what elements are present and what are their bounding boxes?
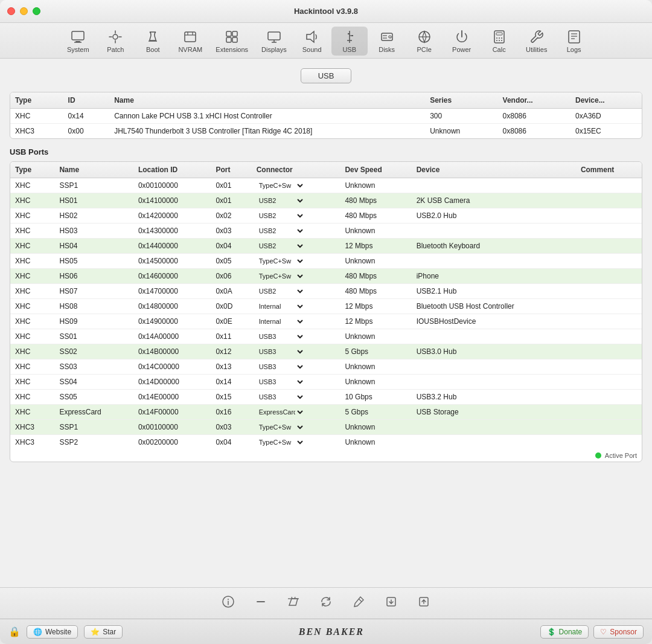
website-button[interactable]: 🌐 Website (27, 625, 78, 639)
star-button[interactable]: ⭐ Star (84, 625, 123, 639)
port-row[interactable]: XHC HS03 0x14300000 0x03 USB2 Unknown (10, 224, 642, 239)
port-device: USB Storage (412, 405, 576, 420)
port-type: XHC (10, 359, 54, 375)
port-row[interactable]: XHC SS04 0x14D00000 0x14 USB3 Unknown (10, 375, 642, 390)
export-button[interactable] (414, 593, 434, 614)
main-window: Hackintool v3.9.8 System (0, 0, 652, 644)
connector-select[interactable]: TypeC+Sw (257, 257, 305, 265)
ctrl-vendor: 0x8086 (498, 109, 570, 124)
close-button[interactable] (7, 7, 15, 15)
port-comment (576, 299, 642, 314)
ctrl-series: Unknown (425, 124, 497, 139)
port-row[interactable]: XHC HS07 0x14700000 0x0A USB2 480 Mbps U… (10, 284, 642, 299)
connector-select[interactable]: TypeC+Sw (257, 181, 305, 190)
heart-icon: ♡ (600, 628, 607, 636)
toolbar-item-usb[interactable]: USB (331, 27, 368, 56)
import-button[interactable] (381, 593, 401, 614)
usb-ports-table-container: Type Name Location ID Port Connector Dev… (10, 161, 642, 462)
logs-label: Logs (567, 46, 581, 53)
connector-select[interactable]: TypeC+Sw (257, 438, 305, 446)
ctrl-name: Cannon Lake PCH USB 3.1 xHCI Host Contro… (109, 109, 425, 124)
toolbar-item-sound[interactable]: Sound (294, 27, 330, 56)
svg-point-36 (499, 40, 500, 41)
sponsor-button[interactable]: ♡ Sponsor (593, 625, 644, 639)
connector-select[interactable]: USB2 (257, 242, 305, 250)
port-row[interactable]: XHC HS01 0x14100000 0x01 USB2 480 Mbps 2… (10, 193, 642, 208)
port-speed: 12 Mbps (340, 299, 411, 314)
disks-label: Disks (379, 46, 395, 53)
svg-point-24 (389, 36, 391, 38)
port-type: XHC (10, 405, 54, 420)
patch-label: Patch (107, 46, 124, 53)
minimize-button[interactable] (20, 7, 28, 15)
port-row[interactable]: XHC HS08 0x14800000 0x0D Internal 12 Mbp… (10, 299, 642, 314)
usb-tab-button-container: USB (10, 68, 642, 83)
toolbar-item-system[interactable]: System (60, 27, 96, 56)
port-row[interactable]: XHC SS02 0x14B00000 0x12 USB3 5 Gbps USB… (10, 344, 642, 359)
connector-select[interactable]: USB3 (257, 332, 305, 341)
port-type: XHC (10, 390, 54, 405)
port-name: HS06 (54, 269, 133, 284)
toolbar-item-utilities[interactable]: Utilities (519, 27, 555, 56)
lock-icon: 🔒 (8, 626, 21, 637)
toolbar-item-extensions[interactable]: Extensions (209, 27, 254, 56)
toolbar: System Patch (0, 23, 652, 59)
info-button[interactable] (218, 593, 238, 614)
port-row[interactable]: XHC HS06 0x14600000 0x06 TypeC+Sw 480 Mb… (10, 269, 642, 284)
port-row[interactable]: XHC SS01 0x14A00000 0x11 USB3 Unknown (10, 329, 642, 344)
remove-button[interactable] (251, 593, 271, 614)
controller-row[interactable]: XHC3 0x00 JHL7540 Thunderbolt 3 USB Cont… (10, 124, 642, 139)
connector-select[interactable]: Internal (257, 302, 305, 311)
toolbar-item-logs[interactable]: Logs (556, 27, 592, 56)
connector-select[interactable]: Internal (257, 317, 305, 326)
connector-select[interactable]: USB3 (257, 362, 305, 371)
usb-tab-button[interactable]: USB (301, 68, 352, 83)
toolbar-item-patch[interactable]: Patch (97, 27, 133, 56)
port-row[interactable]: XHC3 SSP1 0x00100000 0x03 TypeC+Sw Unkno… (10, 420, 642, 435)
port-device: USB2.1 Hub (412, 284, 576, 299)
svg-rect-9 (226, 31, 231, 36)
donate-button[interactable]: 💲 Donate (540, 625, 589, 639)
refresh-button[interactable] (316, 593, 336, 614)
clear-button[interactable] (283, 593, 304, 614)
connector-select[interactable]: USB3 (257, 378, 305, 386)
toolbar-item-nvram[interactable]: NVRAM (172, 27, 208, 56)
port-speed: Unknown (340, 420, 411, 435)
port-type: XHC (10, 375, 54, 390)
maximize-button[interactable] (33, 7, 40, 15)
port-row[interactable]: XHC HS05 0x14500000 0x05 TypeC+Sw Unknow… (10, 254, 642, 269)
port-type: XHC (10, 329, 54, 344)
toolbar-item-boot[interactable]: Boot (135, 27, 171, 56)
svg-point-34 (501, 37, 502, 39)
toolbar-item-power[interactable]: Power (444, 27, 480, 56)
port-device: USB2.0 Hub (412, 208, 576, 224)
connector-select[interactable]: TypeC+Sw (257, 272, 305, 280)
port-row[interactable]: XHC SSP1 0x00100000 0x01 TypeC+Sw Unknow… (10, 178, 642, 193)
port-row[interactable]: XHC ExpressCard 0x14F00000 0x16 ExpressC… (10, 405, 642, 420)
port-row[interactable]: XHC3 SSP2 0x00200000 0x04 TypeC+Sw Unkno… (10, 435, 642, 450)
svg-rect-31 (496, 33, 502, 35)
connector-select[interactable]: USB2 (257, 227, 305, 235)
port-row[interactable]: XHC HS02 0x14200000 0x02 USB2 480 Mbps U… (10, 208, 642, 224)
sound-label: Sound (302, 46, 322, 53)
port-row[interactable]: XHC HS04 0x14400000 0x04 USB2 12 Mbps Bl… (10, 239, 642, 254)
port-row[interactable]: XHC SS05 0x14E00000 0x15 USB3 10 Gbps US… (10, 390, 642, 405)
toolbar-item-disks[interactable]: Disks (369, 27, 405, 56)
port-row[interactable]: XHC SS03 0x14C00000 0x13 USB3 Unknown (10, 359, 642, 375)
port-location: 0x14700000 (133, 284, 211, 299)
connector-select[interactable]: USB2 (257, 287, 305, 295)
port-row[interactable]: XHC HS09 0x14900000 0x0E Internal 12 Mbp… (10, 314, 642, 329)
connector-select[interactable]: ExpressCard (257, 408, 305, 416)
connector-select[interactable]: TypeC+Sw (257, 423, 305, 431)
toolbar-item-displays[interactable]: Displays (255, 27, 293, 56)
toolbar-item-pcie[interactable]: PCIe (406, 27, 443, 56)
toolbar-item-calc[interactable]: Calc (481, 27, 517, 56)
port-device: Bluetooth USB Host Controller (412, 299, 576, 314)
connector-select[interactable]: USB2 (257, 196, 305, 205)
connector-select[interactable]: USB3 (257, 393, 305, 401)
patch-button[interactable] (348, 593, 369, 614)
connector-select[interactable]: USB2 (257, 211, 305, 220)
connector-select[interactable]: USB3 (257, 347, 305, 356)
displays-icon (267, 29, 281, 45)
controller-row[interactable]: XHC 0x14 Cannon Lake PCH USB 3.1 xHCI Ho… (10, 109, 642, 124)
